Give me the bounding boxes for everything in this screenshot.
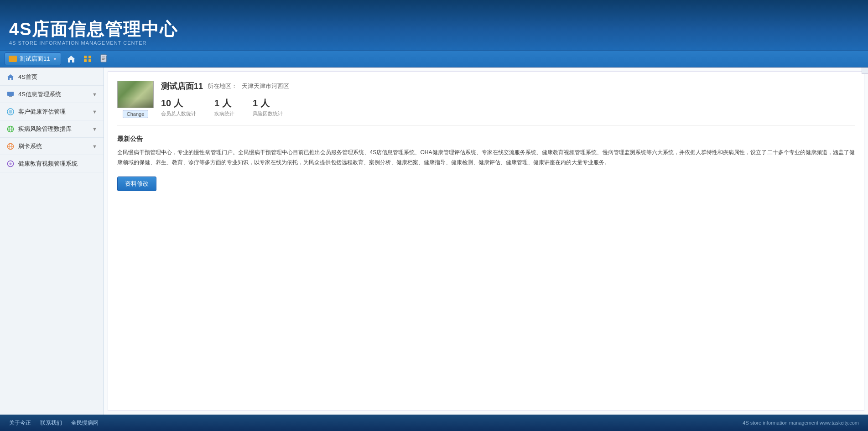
sidebar-item-customer-health[interactable]: 客户健康评估管理 ▼	[0, 103, 104, 120]
svg-rect-11	[7, 92, 14, 96]
header: 4S店面信息管理中心 4S STORE INFORMATION MANAGEME…	[0, 0, 868, 50]
sidebar-item-label: 4S信息管理系统	[18, 90, 61, 99]
footer: 关于今正 联系我们 全民慢病网 4S store information man…	[0, 415, 868, 431]
content-inner: Change 测试店面11 所在地区： 天津天津市河西区 10 人 会员总人数统…	[108, 71, 864, 411]
monitor-sidebar-icon	[6, 90, 15, 99]
svg-rect-3	[84, 59, 87, 62]
arrow-icon: ▼	[92, 144, 97, 149]
grid-button[interactable]	[81, 52, 94, 65]
sidebar-item-label: 4S首页	[18, 73, 37, 81]
stat-value-members: 10 人	[161, 97, 183, 109]
store-info-card: Change 测试店面11 所在地区： 天津天津市河西区 10 人 会员总人数统…	[117, 81, 855, 126]
corner-decoration	[862, 68, 868, 74]
svg-point-14	[9, 110, 12, 114]
home-sidebar-icon	[6, 73, 15, 81]
store-details: 测试店面11 所在地区： 天津天津市河西区 10 人 会员总人数统计 1 人 疾…	[161, 81, 855, 117]
store-selector-label: 测试店面11	[20, 55, 50, 63]
toolbar: 测试店面11 ▼	[0, 50, 868, 68]
notice-text: 全民慢病干预管理中心，专业的慢性病管理门户。全民慢病干预管理中心目前已推出会员服…	[117, 148, 855, 167]
svg-marker-9	[106, 55, 107, 56]
health-sidebar-icon	[6, 108, 15, 116]
stat-label-risk: 风险因数统计	[253, 110, 283, 117]
sidebar-item-label: 健康教育视频管理系统	[18, 160, 78, 168]
store-name: 测试店面11	[161, 81, 203, 92]
svg-rect-7	[102, 58, 105, 59]
header-main-title: 4S店面信息管理中心	[9, 20, 178, 39]
svg-rect-4	[88, 59, 91, 62]
svg-rect-6	[102, 57, 105, 57]
sidebar-item-label: 客户健康评估管理	[18, 108, 66, 116]
sidebar: 4S首页 4S信息管理系统 ▼	[0, 68, 104, 415]
stat-value-risk: 1 人	[253, 97, 270, 109]
footer-link-chronic[interactable]: 全民慢病网	[71, 419, 99, 427]
edit-button[interactable]: 资料修改	[117, 177, 156, 191]
footer-links: 关于今正 联系我们 全民慢病网	[9, 419, 99, 427]
svg-rect-2	[88, 56, 91, 58]
store-image	[117, 81, 154, 108]
arrow-icon: ▼	[92, 109, 97, 114]
footer-link-about[interactable]: 关于今正	[9, 419, 31, 427]
sidebar-item-4s-home[interactable]: 4S首页	[0, 68, 104, 86]
stat-value-disease: 1 人	[214, 97, 231, 109]
svg-rect-1	[84, 56, 87, 58]
location-value: 天津天津市河西区	[242, 82, 289, 90]
notice-section: 最新公告 全民慢病干预管理中心，专业的慢性病管理门户。全民慢病干预管理中心目前已…	[117, 135, 855, 167]
footer-copyright: 4S store information management www.task…	[743, 420, 859, 426]
content-area: Change 测试店面11 所在地区： 天津天津市河西区 10 人 会员总人数统…	[104, 68, 868, 415]
stat-label-members: 会员总人数统计	[161, 110, 196, 117]
home-button[interactable]	[65, 52, 78, 65]
location-label: 所在地区：	[208, 82, 237, 90]
arrow-icon: ▼	[92, 92, 97, 97]
document-icon	[100, 54, 108, 63]
document-button[interactable]	[98, 52, 110, 65]
sidebar-item-health-video[interactable]: 健康教育视频管理系统	[0, 155, 104, 172]
sidebar-item-label: 疾病风险管理数据库	[18, 125, 72, 133]
svg-marker-0	[67, 56, 75, 62]
home-icon	[67, 55, 76, 63]
store-selector[interactable]: 测试店面11 ▼	[5, 52, 61, 65]
main-layout: 4S首页 4S信息管理系统 ▼	[0, 68, 868, 415]
sidebar-item-label: 刷卡系统	[18, 142, 42, 151]
stat-label-disease: 疾病统计	[214, 110, 234, 117]
globe-sidebar-icon	[6, 125, 15, 133]
svg-marker-10	[7, 74, 14, 80]
stat-total-members: 10 人 会员总人数统计	[161, 97, 196, 117]
grid-icon	[83, 55, 92, 63]
svg-rect-8	[102, 59, 104, 60]
notice-title: 最新公告	[117, 135, 855, 143]
svg-rect-12	[9, 96, 12, 97]
chevron-down-icon: ▼	[52, 57, 57, 62]
change-image-button[interactable]: Change	[123, 110, 149, 118]
video-sidebar-icon	[6, 160, 15, 168]
arrow-icon: ▼	[92, 126, 97, 132]
store-stats: 10 人 会员总人数统计 1 人 疾病统计 1 人 风险因数统计	[161, 97, 855, 117]
svg-point-22	[10, 162, 12, 165]
stat-risk: 1 人 风险因数统计	[253, 97, 283, 117]
sidebar-item-disease-risk[interactable]: 疾病风险管理数据库 ▼	[0, 120, 104, 138]
store-name-row: 测试店面11 所在地区： 天津天津市河西区	[161, 81, 855, 92]
store-icon	[9, 56, 17, 62]
store-image-block: Change	[117, 81, 154, 118]
stat-disease: 1 人 疾病统计	[214, 97, 234, 117]
card-sidebar-icon	[6, 142, 15, 151]
header-title-block: 4S店面信息管理中心 4S STORE INFORMATION MANAGEME…	[9, 20, 178, 46]
footer-link-contact[interactable]: 联系我们	[40, 419, 62, 427]
header-sub-title: 4S STORE INFORMATION MANAGEMENT CENTER	[9, 40, 178, 46]
sidebar-item-card-system[interactable]: 刷卡系统 ▼	[0, 138, 104, 155]
sidebar-item-4s-info[interactable]: 4S信息管理系统 ▼	[0, 86, 104, 103]
